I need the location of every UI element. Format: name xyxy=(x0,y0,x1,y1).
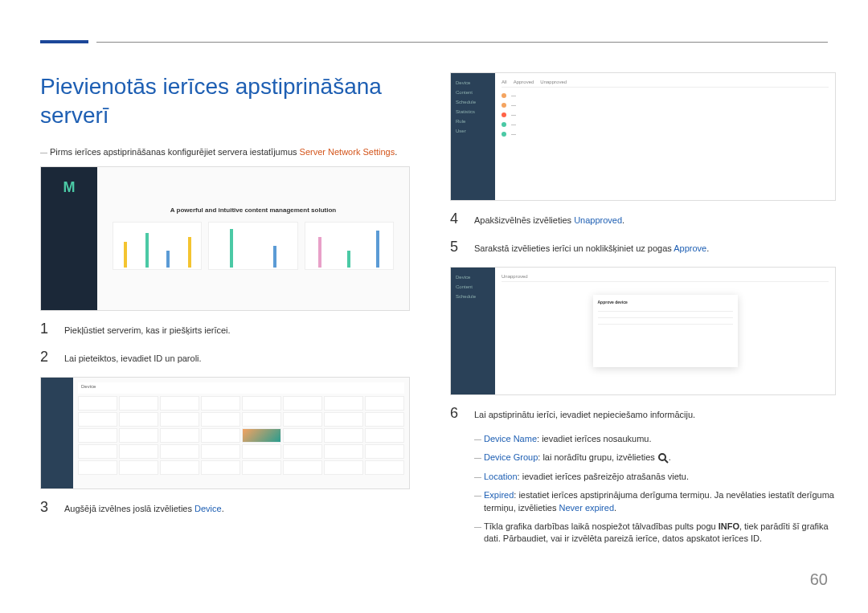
svg-point-0 xyxy=(659,454,665,460)
sub-info: Tīkla grafika darbības laikā nospiežot t… xyxy=(474,521,836,546)
sidebar-item: Content xyxy=(456,88,490,97)
screenshot-device-unapproved: Device Content Schedule Statistics Rule … xyxy=(450,72,836,201)
step-text: Augšējā izvēlnes joslā izvēlieties Devic… xyxy=(64,499,224,516)
step4-highlight: Unapproved xyxy=(574,215,622,225)
page-number: 60 xyxy=(810,570,828,589)
page-title: Pievienotās ierīces apstiprināšana serve… xyxy=(40,72,410,131)
step3-highlight: Device xyxy=(194,504,222,513)
intro-highlight: Server Network Settings xyxy=(300,147,395,157)
server-logo-icon: M xyxy=(63,179,76,196)
step5-before: Sarakstā izvēlieties ierīci un noklikšķi… xyxy=(474,243,674,253)
shot1-tagline: A powerful and intuitive content managem… xyxy=(170,206,336,214)
shot2-grid xyxy=(78,396,404,475)
sidebar-item: User xyxy=(456,126,490,136)
text: : iestatiet ierīces apstiprinājuma derīg… xyxy=(484,490,834,512)
right-column: Device Content Schedule Statistics Rule … xyxy=(450,72,836,552)
tab: Unapproved xyxy=(502,274,528,279)
sub-location: Location: ievadiet ierīces pašreizējo at… xyxy=(474,471,836,483)
label: Expired xyxy=(484,490,514,500)
step-5: 5 Sarakstā izvēlieties ierīci un noklikš… xyxy=(450,239,836,255)
step-6: 6 Lai apstiprinātu ierīci, ievadiet nepi… xyxy=(450,405,836,422)
step-number: 4 xyxy=(450,210,465,227)
mini-chart xyxy=(113,222,202,270)
approve-modal: Approve device xyxy=(593,295,738,367)
tab: All xyxy=(502,80,507,84)
intro-text-before: Pirms ierīces apstiprināšanas konfigurēj… xyxy=(50,147,300,157)
table-row: — xyxy=(502,100,829,110)
shot2-header: Device xyxy=(78,382,404,394)
table-row: — xyxy=(502,120,829,129)
shot2-main: Device xyxy=(73,378,409,488)
step-3: 3 Augšējā izvēlnes joslā izvēlieties Dev… xyxy=(40,499,410,516)
shot3-sidebar: Device Content Schedule Statistics Rule … xyxy=(451,73,495,200)
tab: Approved xyxy=(514,80,534,84)
mini-chart xyxy=(208,222,297,270)
step-number: 6 xyxy=(450,405,465,422)
sidebar-item: Content xyxy=(456,282,490,292)
step-text: Piekļūstiet serverim, kas ir piešķirts i… xyxy=(64,321,231,337)
step-text: Lai pieteiktos, ievadiet ID un paroli. xyxy=(64,349,202,366)
text: : ievadiet ierīces pašreizējo atrašanās … xyxy=(518,472,689,481)
search-icon xyxy=(657,452,669,464)
step5-highlight: Approve xyxy=(674,243,706,253)
text: : lai norādītu grupu, izvēlieties xyxy=(538,452,657,462)
step-number: 3 xyxy=(40,499,55,516)
sidebar-item: Schedule xyxy=(456,292,490,301)
sidebar-item: Rule xyxy=(456,116,490,126)
step-4: 4 Apakšizvēlnēs izvēlieties Unapproved. xyxy=(450,210,836,227)
shot1-sidebar: M xyxy=(41,167,97,310)
intro-note: Pirms ierīces apstiprināšanas konfigurēj… xyxy=(40,147,410,157)
table-row: — xyxy=(502,91,829,100)
screenshot-approve-modal: Device Content Schedule Unapproved Appro… xyxy=(450,267,836,395)
sub-device-group: Device Group: lai norādītu grupu, izvēli… xyxy=(474,452,836,464)
sub-expired: Expired: iestatiet ierīces apstiprinājum… xyxy=(474,489,836,514)
sidebar-item: Statistics xyxy=(456,107,490,116)
label: Location xyxy=(484,472,518,481)
shot4-sidebar: Device Content Schedule xyxy=(451,268,495,394)
step-number: 1 xyxy=(40,321,55,337)
step-text: Lai apstiprinātu ierīci, ievadiet nepiec… xyxy=(474,405,695,422)
modal-title: Approve device xyxy=(598,300,733,304)
shot3-tabs: All Approved Unapproved xyxy=(502,80,829,88)
table-row: — xyxy=(502,129,829,139)
shot4-tabs: Unapproved xyxy=(502,274,829,282)
shot1-charts xyxy=(113,222,393,270)
screenshot-device-grid: Device xyxy=(40,377,410,489)
step6-sublist: Device Name: ievadiet ierīces nosaukumu.… xyxy=(474,433,836,546)
sidebar-item: Device xyxy=(456,78,490,88)
svg-line-1 xyxy=(665,460,668,463)
shot4-main: Unapproved Approve device xyxy=(495,268,835,394)
shot3-main: All Approved Unapproved — — — — — xyxy=(495,73,835,200)
sub-device-name: Device Name: ievadiet ierīces nosaukumu. xyxy=(474,433,836,445)
text: : ievadiet ierīces nosaukumu. xyxy=(537,434,651,443)
step3-after: . xyxy=(222,504,224,513)
step4-after: . xyxy=(622,215,624,225)
sidebar-item: Device xyxy=(456,272,490,282)
step-text: Sarakstā izvēlieties ierīci un noklikšķi… xyxy=(474,239,709,255)
header-accent-bar xyxy=(40,40,88,43)
screenshot-server-login: M A powerful and intuitive content manag… xyxy=(40,166,410,311)
step5-after: . xyxy=(706,243,709,253)
tab: Unapproved xyxy=(540,80,567,84)
highlight: Never expired xyxy=(559,503,614,513)
label: Device Group xyxy=(484,452,538,462)
sidebar-item: Schedule xyxy=(456,97,490,107)
shot1-main: A powerful and intuitive content managem… xyxy=(97,167,409,310)
intro-text-after: . xyxy=(395,147,397,157)
step-number: 5 xyxy=(450,239,465,255)
table-row: — xyxy=(502,110,829,120)
step4-before: Apakšizvēlnēs izvēlieties xyxy=(474,215,574,225)
bold: INFO xyxy=(719,521,739,531)
step-2: 2 Lai pieteiktos, ievadiet ID un paroli. xyxy=(40,349,410,366)
before: Tīkla grafika darbības laikā nospiežot t… xyxy=(484,521,719,531)
step-text: Apakšizvēlnēs izvēlieties Unapproved. xyxy=(474,210,624,227)
shot2-sidebar xyxy=(41,378,73,488)
step3-before: Augšējā izvēlnes joslā izvēlieties xyxy=(64,504,194,513)
step-number: 2 xyxy=(40,349,55,366)
mini-chart xyxy=(305,222,394,270)
step-1: 1 Piekļūstiet serverim, kas ir piešķirts… xyxy=(40,321,410,337)
after: . xyxy=(614,503,616,513)
left-column: Pievienotās ierīces apstiprināšana serve… xyxy=(40,72,410,527)
label: Device Name xyxy=(484,434,537,443)
header-divider xyxy=(96,42,828,43)
